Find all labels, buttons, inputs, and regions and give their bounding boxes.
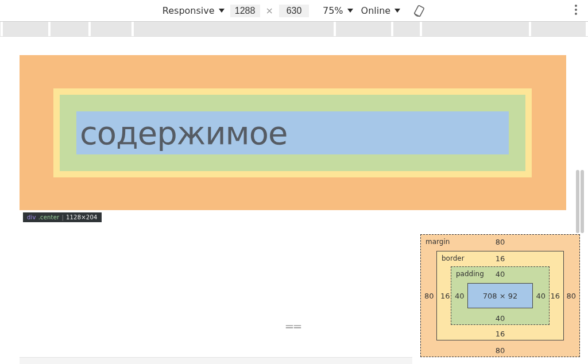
responsive-width-ruler[interactable]	[0, 22, 588, 37]
throttling-dropdown[interactable]: Online	[361, 5, 401, 16]
tooltip-tag: div	[27, 214, 36, 220]
margin-bottom-val[interactable]: 80	[496, 346, 505, 355]
devtools-toolbar: Responsive × 75% Online	[0, 0, 588, 22]
tooltip-dims: 1128×204	[66, 214, 98, 220]
svg-point-1	[575, 5, 577, 7]
tooltip-sep: |	[61, 214, 64, 220]
border-right-val[interactable]: 16	[550, 292, 560, 300]
border-bottom-val[interactable]: 16	[496, 330, 505, 338]
width-input[interactable]	[230, 5, 260, 17]
element-tooltip: div.center | 1128×204	[23, 212, 102, 222]
toolbar-controls: Responsive × 75% Online	[163, 5, 425, 17]
border-left-val[interactable]: 16	[440, 292, 450, 300]
box-model-panel[interactable]: margin 80 80 80 80 border 16 16 16 16 pa…	[420, 234, 580, 357]
box-model-content[interactable]: 708 × 92	[467, 283, 533, 308]
border-top-val[interactable]: 16	[496, 254, 505, 263]
svg-point-3	[575, 13, 577, 15]
box-model-padding[interactable]: padding 40 40 40 40 708 × 92	[451, 266, 550, 325]
rotate-icon[interactable]	[413, 5, 425, 17]
height-input[interactable]	[279, 5, 309, 17]
svg-point-2	[575, 9, 577, 11]
highlight-margin-overlay: содержимое	[20, 55, 566, 210]
highlight-border-overlay: содержимое	[53, 88, 532, 177]
padding-label: padding	[456, 270, 484, 278]
page-content-text: содержимое	[80, 114, 288, 152]
device-viewport[interactable]: содержимое div.center | 1128×204	[20, 55, 566, 243]
drawer-resize-handle-icon[interactable]: ══	[284, 320, 304, 334]
device-viewport-container: содержимое div.center | 1128×204 ══ marg…	[0, 37, 588, 364]
padding-top-val[interactable]: 40	[496, 270, 505, 278]
padding-bottom-val[interactable]: 40	[496, 314, 505, 323]
dimension-separator: ×	[266, 5, 273, 16]
margin-left-val[interactable]: 80	[424, 292, 434, 300]
content-dims: 708 × 92	[483, 292, 518, 300]
box-model-border[interactable]: border 16 16 16 16 padding 40 40 40 40 7…	[436, 251, 564, 340]
viewport-scrollbar[interactable]	[572, 170, 586, 209]
padding-left-val[interactable]: 40	[455, 292, 465, 300]
tooltip-class: .center	[38, 214, 60, 220]
device-dropdown[interactable]: Responsive	[163, 5, 225, 16]
padding-right-val[interactable]: 40	[536, 292, 546, 300]
margin-top-val[interactable]: 80	[496, 238, 505, 246]
box-model-margin[interactable]: margin 80 80 80 80 border 16 16 16 16 pa…	[420, 234, 580, 357]
border-label: border	[442, 254, 465, 262]
margin-label: margin	[425, 238, 450, 246]
highlight-padding-overlay: содержимое	[60, 95, 525, 171]
more-options-icon[interactable]	[574, 4, 578, 18]
margin-right-val[interactable]: 80	[566, 292, 576, 300]
zoom-dropdown[interactable]: 75%	[323, 5, 353, 16]
highlight-content-overlay: содержимое	[76, 111, 509, 154]
console-drawer-handle-area[interactable]	[20, 357, 412, 364]
